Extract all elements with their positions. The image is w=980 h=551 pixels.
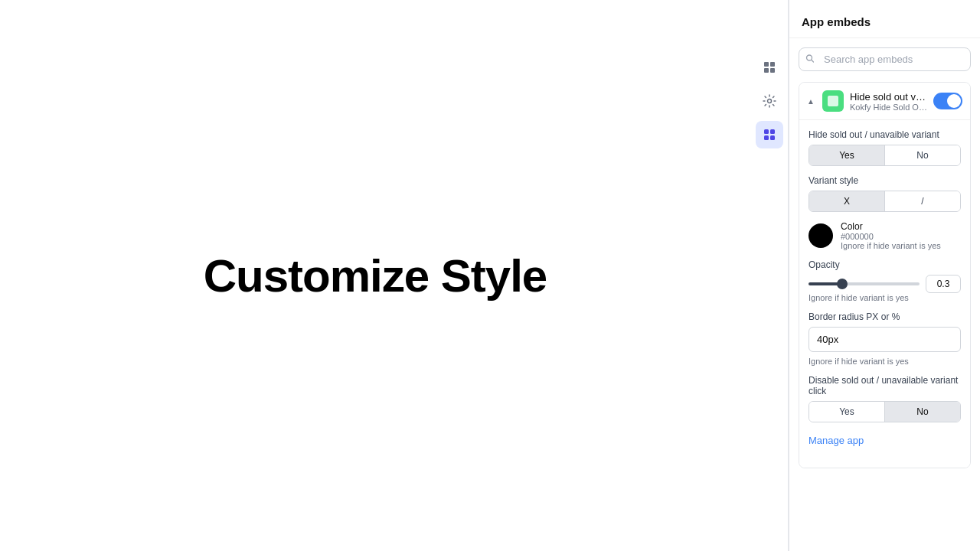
color-ignore-text: Ignore if hide variant is yes <box>841 241 941 250</box>
app-info: Hide sold out variant Kokfy Hide Sold Ou… <box>850 91 927 112</box>
hide-sold-out-label: Hide sold out / unavaible variant <box>808 129 961 140</box>
manage-app-link[interactable]: Manage app <box>808 435 864 446</box>
border-radius-input[interactable] <box>808 327 961 352</box>
variant-style-group: X / <box>808 191 961 212</box>
app-subtitle: Kokfy Hide Sold Out Varia... <box>850 103 927 112</box>
border-radius-ignore-text: Ignore if hide variant is yes <box>808 357 961 366</box>
hide-sold-out-group: Yes No <box>808 145 961 166</box>
disable-click-group: Yes No <box>808 401 961 422</box>
app-item-body: Hide sold out / unavaible variant Yes No… <box>799 119 970 468</box>
svg-rect-8 <box>770 135 775 140</box>
hide-sold-out-no[interactable]: No <box>884 145 960 165</box>
settings-icon <box>763 94 776 108</box>
app-icon-inner <box>828 96 838 106</box>
disable-click-yes[interactable]: Yes <box>809 402 884 422</box>
svg-rect-5 <box>764 129 769 134</box>
app-item-header[interactable]: ▲ Hide sold out variant Kokfy Hide Sold … <box>799 83 970 119</box>
app-toggle[interactable] <box>933 93 962 109</box>
search-input[interactable] <box>799 47 971 71</box>
settings-icon-btn[interactable] <box>756 87 783 115</box>
page-title: Customize Style <box>204 249 547 302</box>
opacity-input[interactable] <box>926 275 961 293</box>
color-row: Color #000000 Ignore if hide variant is … <box>808 221 961 250</box>
variant-style-slash[interactable]: / <box>884 191 960 211</box>
opacity-label: Opacity <box>808 259 961 270</box>
apps-icon-btn[interactable] <box>756 121 783 148</box>
app-name: Hide sold out variant <box>850 91 927 103</box>
color-swatch[interactable] <box>808 223 833 248</box>
color-label: Color <box>841 221 941 232</box>
opacity-slider[interactable] <box>808 282 920 285</box>
border-radius-section: Border radius PX or % Ignore if hide var… <box>808 311 961 366</box>
svg-rect-3 <box>770 68 775 73</box>
opacity-ignore-text: Ignore if hide variant is yes <box>808 293 961 302</box>
panel-header: App embeds <box>789 0 980 38</box>
disable-click-section: Disable sold out / unavailable variant c… <box>808 375 961 422</box>
opacity-section: Opacity Ignore if hide variant is yes <box>808 259 961 302</box>
icon-strip <box>750 0 789 551</box>
search-box <box>799 47 971 71</box>
opacity-row <box>808 275 961 293</box>
chevron-icon: ▲ <box>807 97 816 106</box>
variant-style-x[interactable]: X <box>809 191 884 211</box>
slider-thumb <box>837 279 848 289</box>
right-panel: App embeds ▲ Hide sold out variant Kokfy… <box>789 0 980 551</box>
app-icon <box>822 90 844 112</box>
app-item: ▲ Hide sold out variant Kokfy Hide Sold … <box>799 82 971 468</box>
svg-rect-6 <box>770 129 775 134</box>
layout-icon-btn[interactable] <box>756 54 783 81</box>
svg-rect-0 <box>764 62 769 67</box>
color-info: Color #000000 Ignore if hide variant is … <box>841 221 941 250</box>
main-content: Customize Style <box>0 0 750 551</box>
border-radius-label: Border radius PX or % <box>808 311 961 322</box>
svg-rect-2 <box>764 68 769 73</box>
hide-sold-out-yes[interactable]: Yes <box>809 145 884 165</box>
variant-style-label: Variant style <box>808 175 961 186</box>
disable-click-label: Disable sold out / unavailable variant c… <box>808 375 961 396</box>
svg-point-4 <box>767 99 771 103</box>
color-value: #000000 <box>841 232 941 241</box>
apps-icon <box>763 128 776 142</box>
svg-rect-7 <box>764 135 769 140</box>
svg-rect-1 <box>770 62 775 67</box>
layout-icon <box>763 60 776 74</box>
disable-click-no[interactable]: No <box>884 402 960 422</box>
